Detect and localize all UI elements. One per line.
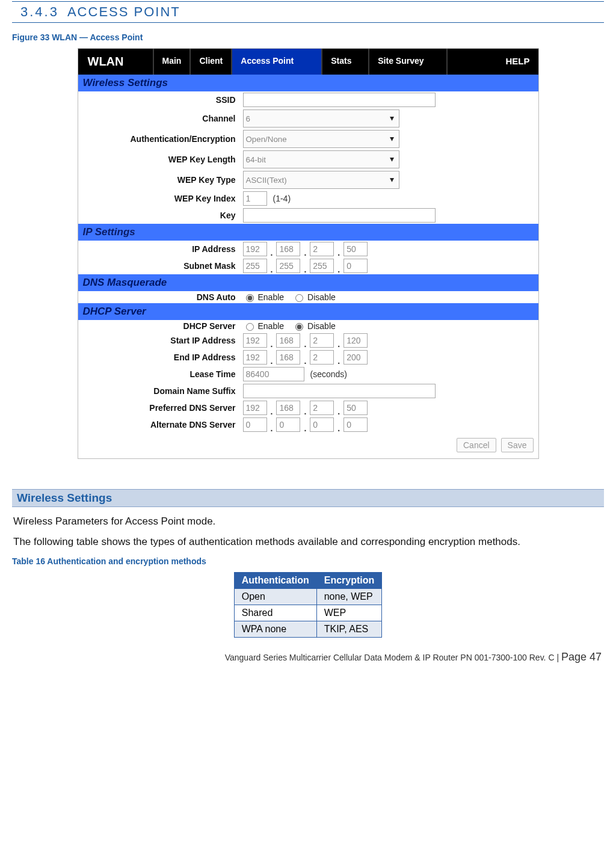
section-dhcp-server: DHCP Server xyxy=(78,303,538,320)
ip-octet-1[interactable] xyxy=(243,242,267,256)
section-wireless-settings: Wireless Settings xyxy=(78,75,538,91)
table-header-enc: Encryption xyxy=(316,573,382,589)
section-title: ACCESS POINT xyxy=(67,4,180,19)
label-alternate-dns: Alternate DNS Server xyxy=(78,420,243,429)
start-ip-2[interactable] xyxy=(276,333,300,348)
label-domain-suffix: Domain Name Suffix xyxy=(78,386,243,396)
wep-index-input[interactable] xyxy=(243,191,267,206)
label-preferred-dns: Preferred DNS Server xyxy=(78,403,243,413)
nav-bar: WLAN Main Client Access Point Stats Site… xyxy=(78,49,538,75)
footer-text: Vanguard Series Multicarrier Cellular Da… xyxy=(225,653,561,662)
label-key: Key xyxy=(78,211,243,220)
key-input[interactable] xyxy=(243,208,436,223)
pref-dns-2[interactable] xyxy=(276,401,300,415)
paragraph-2: The following table shows the types of a… xyxy=(13,536,603,548)
start-ip-4[interactable] xyxy=(343,333,368,348)
section-number: 3.4.3 xyxy=(20,4,59,19)
alt-dns-1[interactable] xyxy=(243,417,267,432)
ip-octet-3[interactable] xyxy=(310,242,334,256)
subsection-heading: Wireless Settings xyxy=(12,489,604,507)
table-row: WPA none TKIP, AES xyxy=(234,621,382,638)
page-number: Page 47 xyxy=(561,651,602,663)
pref-dns-1[interactable] xyxy=(243,401,267,415)
dhcp-enable-radio[interactable] xyxy=(246,323,254,331)
channel-select[interactable] xyxy=(243,109,399,128)
end-ip-2[interactable] xyxy=(276,350,300,365)
subnet-octet-2[interactable] xyxy=(276,259,300,273)
auth-encryption-table: Authentication Encryption Open none, WEP… xyxy=(234,572,383,638)
alt-dns-4[interactable] xyxy=(343,417,368,432)
subnet-octet-4[interactable] xyxy=(343,259,368,273)
tab-access-point[interactable]: Access Point xyxy=(232,49,321,75)
end-ip-3[interactable] xyxy=(310,350,334,365)
figure-caption: Figure 33 WLAN — Access Point xyxy=(12,32,604,42)
dns-auto-disable-radio[interactable] xyxy=(295,294,303,302)
ssid-input[interactable] xyxy=(243,93,436,107)
alt-dns-2[interactable] xyxy=(276,417,300,432)
wep-index-hint: (1-4) xyxy=(273,194,291,203)
wep-length-select[interactable] xyxy=(243,150,399,168)
label-wep-type: WEP Key Type xyxy=(78,175,243,185)
section-dns-masquerade: DNS Masquerade xyxy=(78,274,538,291)
label-ip-address: IP Address xyxy=(78,244,243,254)
table-row: Shared WEP xyxy=(234,605,382,621)
end-ip-4[interactable] xyxy=(343,350,368,365)
alt-dns-3[interactable] xyxy=(310,417,334,432)
cancel-button[interactable]: Cancel xyxy=(457,438,496,452)
start-ip-1[interactable] xyxy=(243,333,267,348)
table-caption: Table 16 Authentication and encryption m… xyxy=(12,556,604,566)
pref-dns-3[interactable] xyxy=(310,401,334,415)
page-footer: Vanguard Series Multicarrier Cellular Da… xyxy=(12,651,604,663)
label-auth: Authentication/Encryption xyxy=(78,134,243,144)
label-lease-time: Lease Time xyxy=(78,369,243,379)
tab-site-survey[interactable]: Site Survey xyxy=(369,49,446,75)
wep-type-select[interactable] xyxy=(243,171,399,189)
paragraph-1: Wireless Parameters for Access Point mod… xyxy=(13,516,603,528)
dns-auto-enable-radio[interactable] xyxy=(246,294,254,302)
ip-octet-2[interactable] xyxy=(276,242,300,256)
label-dns-auto: DNS Auto xyxy=(78,292,243,302)
label-end-ip: End IP Address xyxy=(78,352,243,362)
label-wep-length: WEP Key Length xyxy=(78,155,243,164)
label-subnet: Subnet Mask xyxy=(78,261,243,271)
tab-stats[interactable]: Stats xyxy=(322,49,368,75)
label-channel: Channel xyxy=(78,114,243,123)
lease-unit: (seconds) xyxy=(310,369,347,379)
ip-octet-4[interactable] xyxy=(343,242,368,256)
label-wep-index: WEP Key Index xyxy=(78,194,243,203)
section-heading: 3.4.3ACCESS POINT xyxy=(12,1,604,23)
domain-suffix-input[interactable] xyxy=(243,384,436,398)
dhcp-disable-radio[interactable] xyxy=(295,323,303,331)
wlan-config-screenshot: WLAN Main Client Access Point Stats Site… xyxy=(78,48,539,459)
subnet-octet-1[interactable] xyxy=(243,259,267,273)
tab-client[interactable]: Client xyxy=(191,49,231,75)
subnet-octet-3[interactable] xyxy=(310,259,334,273)
table-row: Open none, WEP xyxy=(234,589,382,605)
label-ssid: SSID xyxy=(78,95,243,105)
pref-dns-4[interactable] xyxy=(343,401,368,415)
save-button[interactable]: Save xyxy=(501,438,534,452)
lease-time-input[interactable] xyxy=(243,367,304,381)
section-ip-settings: IP Settings xyxy=(78,224,538,241)
nav-title: WLAN xyxy=(78,49,153,75)
label-start-ip: Start IP Address xyxy=(78,336,243,345)
start-ip-3[interactable] xyxy=(310,333,334,348)
table-header-auth: Authentication xyxy=(234,573,316,589)
label-dhcp-server: DHCP Server xyxy=(78,321,243,331)
end-ip-1[interactable] xyxy=(243,350,267,365)
tab-main[interactable]: Main xyxy=(154,49,190,75)
auth-select[interactable] xyxy=(243,130,399,148)
tab-help[interactable]: HELP xyxy=(497,49,538,75)
